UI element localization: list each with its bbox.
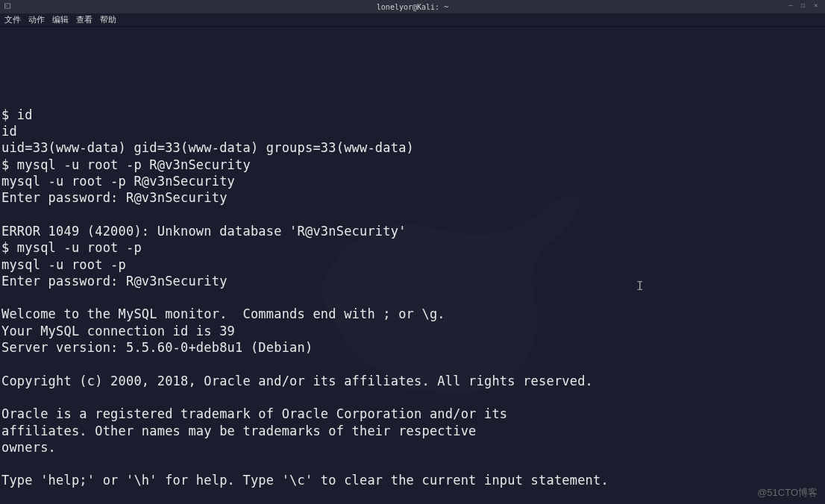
menu-bar: 文件 动作 编辑 查看 帮助 bbox=[0, 13, 825, 27]
maximize-button[interactable]: ◻ bbox=[801, 2, 808, 9]
terminal-line: Oracle is a registered trademark of Orac… bbox=[1, 406, 507, 421]
menu-view[interactable]: 查看 bbox=[76, 14, 92, 25]
terminal-line: Enter password: R@v3nSecurity bbox=[1, 190, 228, 205]
menu-file[interactable]: 文件 bbox=[4, 14, 21, 25]
terminal-line: affiliates. Other names may be trademark… bbox=[1, 423, 477, 438]
minimize-button[interactable]: – bbox=[788, 2, 795, 9]
window-title: lonelyor@Kali: ~ bbox=[377, 3, 448, 11]
app-icon bbox=[3, 1, 12, 10]
window-titlebar: lonelyor@Kali: ~ – ◻ ✕ bbox=[0, 0, 825, 13]
terminal-line: $ mysql -u root -p R@v3nSecurity bbox=[1, 157, 251, 172]
svg-rect-0 bbox=[4, 4, 10, 8]
terminal-line: Type 'help;' or '\h' for help. Type '\c'… bbox=[1, 473, 609, 488]
terminal-line: mysql -u root -p bbox=[1, 257, 126, 272]
terminal-line: $ mysql -u root -p bbox=[1, 240, 142, 255]
close-button[interactable]: ✕ bbox=[814, 2, 821, 9]
window-controls: – ◻ ✕ bbox=[788, 2, 821, 9]
terminal-line: Your MySQL connection id is 39 bbox=[1, 324, 235, 338]
terminal-output: $ id id uid=33(www-data) gid=33(www-data… bbox=[0, 77, 825, 504]
terminal-line: uid=33(www-data) gid=33(www-data) groups… bbox=[1, 140, 414, 155]
terminal-line: Server version: 5.5.60-0+deb8u1 (Debian) bbox=[1, 340, 313, 355]
terminal-line: owners. bbox=[1, 440, 56, 455]
terminal-line: id bbox=[1, 124, 17, 139]
terminal-line: Copyright (c) 2000, 2018, Oracle and/or … bbox=[1, 374, 593, 388]
terminal-line: $ id bbox=[1, 107, 33, 122]
menu-edit[interactable]: 编辑 bbox=[52, 14, 69, 25]
menu-help[interactable]: 帮助 bbox=[100, 14, 116, 25]
menu-actions[interactable]: 动作 bbox=[28, 14, 45, 25]
terminal-area[interactable]: $ id id uid=33(www-data) gid=33(www-data… bbox=[0, 27, 825, 504]
terminal-line: mysql -u root -p R@v3nSecurity bbox=[1, 174, 235, 189]
terminal-line: Enter password: R@v3nSecurity bbox=[1, 274, 228, 289]
terminal-line: Welcome to the MySQL monitor. Commands e… bbox=[1, 306, 445, 321]
terminal-line: ERROR 1049 (42000): Unknown database 'R@… bbox=[1, 224, 407, 239]
